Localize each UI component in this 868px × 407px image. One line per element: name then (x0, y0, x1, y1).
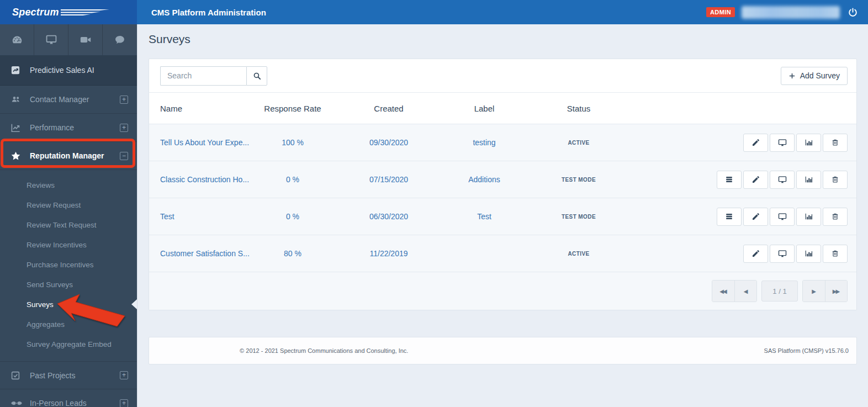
fast-backward-icon: ◀◀ (719, 288, 726, 294)
handshake-icon (10, 399, 23, 407)
user-name-redacted (742, 6, 840, 19)
pagination-prev-button[interactable]: ◀ (734, 281, 756, 302)
logout-power-button[interactable] (846, 6, 859, 19)
status-badge: ACTIVE (522, 251, 635, 257)
collapse-minus-icon[interactable]: − (120, 152, 128, 160)
edit-button[interactable] (743, 208, 768, 226)
chart-line-icon (10, 123, 21, 133)
edit-button[interactable] (743, 134, 768, 152)
pagination-last-button[interactable]: ▶▶ (825, 281, 847, 302)
list-button[interactable] (717, 171, 742, 189)
power-icon (848, 7, 858, 18)
sidebar-nav-bottom: Past Projects+In-Person Leads+ (0, 361, 137, 407)
survey-name-link[interactable]: Classic Construction Ho... (149, 175, 254, 184)
created-date-value: 11/22/2019 (331, 249, 446, 258)
response-rate-value: 80 % (254, 249, 331, 258)
submenu-item-review-incentives[interactable]: Review Incentives (0, 235, 137, 255)
results-button[interactable] (796, 208, 821, 226)
sidebar-item-in-person-leads[interactable]: In-Person Leads+ (0, 389, 137, 407)
survey-name-link[interactable]: Tell Us About Your Expe... (149, 138, 254, 147)
table-toolbar: Add Survey (149, 59, 856, 92)
pagination: ◀◀ ◀ 1 / 1 ▶ ▶▶ (712, 280, 848, 302)
results-button[interactable] (796, 171, 821, 189)
list-button[interactable] (717, 208, 742, 226)
table-footer: ◀◀ ◀ 1 / 1 ▶ ▶▶ (149, 272, 856, 310)
edit-button[interactable] (743, 171, 768, 189)
fast-forward-icon: ▶▶ (833, 288, 839, 294)
search-input[interactable] (160, 66, 246, 86)
add-survey-button[interactable]: Add Survey (781, 67, 848, 85)
sidebar-item-label: Predictive Sales AI (25, 66, 128, 75)
list-icon (724, 212, 734, 221)
app-title: CMS Platform Administration (137, 8, 706, 17)
created-date-value: 06/30/2020 (331, 212, 446, 221)
sidebar-strip-desktop-button[interactable] (34, 24, 68, 55)
table-row: Tell Us About Your Expe...100 %09/30/202… (149, 124, 856, 161)
sidebar-item-predictive-sales-ai[interactable]: Predictive Sales AI (0, 55, 137, 86)
row-actions (635, 171, 856, 189)
pagination-first-button[interactable]: ◀◀ (712, 281, 734, 302)
edit-button[interactable] (743, 245, 768, 263)
expand-plus-icon[interactable]: + (120, 371, 128, 379)
status-badge: ACTIVE (522, 140, 635, 146)
sidebar-icon-strip (0, 24, 137, 55)
page-indicator: 1 / 1 (761, 281, 798, 302)
star-icon (10, 151, 21, 161)
submenu-item-send-surveys[interactable]: Send Surveys (0, 274, 137, 294)
sidebar-item-performance[interactable]: Performance+ (0, 114, 137, 142)
preview-button[interactable] (770, 134, 795, 152)
column-header-response-rate: Response Rate (254, 104, 331, 113)
delete-button[interactable] (823, 171, 848, 189)
results-icon (804, 175, 813, 184)
page-title: Surveys (149, 33, 857, 46)
preview-button[interactable] (770, 245, 795, 263)
status-badge: TEST MODE (522, 177, 635, 183)
submenu-item-aggregates[interactable]: Aggregates (0, 314, 137, 334)
check-square-icon (10, 371, 20, 380)
submenu-item-review-request[interactable]: Review Request (0, 195, 137, 215)
expand-plus-icon[interactable]: + (120, 96, 128, 104)
expand-plus-icon[interactable]: + (120, 399, 128, 407)
expand-plus-icon[interactable]: + (120, 124, 128, 132)
preview-button[interactable] (770, 208, 795, 226)
delete-button[interactable] (823, 245, 848, 263)
submenu-item-surveys[interactable]: Surveys (0, 294, 137, 314)
top-bar: Spectrum CMS Platform Administration ADM… (0, 0, 868, 24)
header-right: ADMIN (706, 6, 868, 19)
delete-icon (831, 175, 839, 184)
table-row: Classic Construction Ho...0 %07/15/2020A… (149, 161, 856, 198)
sidebar-item-contact-manager[interactable]: Contact Manager+ (0, 86, 137, 114)
created-date-value: 07/15/2020 (331, 175, 446, 184)
table-row: Test0 %06/30/2020TestTEST MODE (149, 198, 856, 235)
results-button[interactable] (796, 134, 821, 152)
sidebar-strip-chat-button[interactable] (103, 24, 137, 55)
row-actions (635, 208, 856, 226)
delete-button[interactable] (823, 134, 848, 152)
pagination-next-button[interactable]: ▶ (803, 281, 825, 302)
submenu-item-survey-aggregate-embed[interactable]: Survey Aggregate Embed (0, 334, 137, 354)
footer: © 2012 - 2021 Spectrum Communications an… (149, 337, 857, 364)
survey-name-link[interactable]: Customer Satisfaction S... (149, 249, 254, 258)
version-text: SAS Platform (CMSP) v15.76.0 (499, 347, 857, 354)
response-rate-value: 100 % (254, 138, 331, 147)
status-badge: TEST MODE (522, 214, 635, 220)
results-icon (804, 138, 813, 147)
results-button[interactable] (796, 245, 821, 263)
sidebar-strip-video-camera-button[interactable] (68, 24, 103, 55)
sidebar-item-reputation-manager[interactable]: Reputation Manager− (0, 142, 137, 170)
brand-logo[interactable]: Spectrum (0, 0, 137, 24)
add-survey-label: Add Survey (800, 71, 840, 80)
submenu-item-reviews[interactable]: Reviews (0, 175, 137, 195)
submenu-item-review-text-request[interactable]: Review Text Request (0, 215, 137, 235)
survey-name-link[interactable]: Test (149, 212, 254, 221)
delete-icon (831, 249, 839, 258)
search-button[interactable] (246, 66, 267, 86)
preview-icon (777, 212, 787, 221)
surveys-card: Add Survey NameResponse RateCreatedLabel… (149, 59, 857, 310)
row-actions (635, 134, 856, 152)
submenu-item-purchase-incentives[interactable]: Purchase Incentives (0, 255, 137, 274)
sidebar-strip-dashboard-button[interactable] (0, 24, 34, 55)
delete-button[interactable] (823, 208, 848, 226)
preview-button[interactable] (770, 171, 795, 189)
sidebar-item-past-projects[interactable]: Past Projects+ (0, 361, 137, 389)
